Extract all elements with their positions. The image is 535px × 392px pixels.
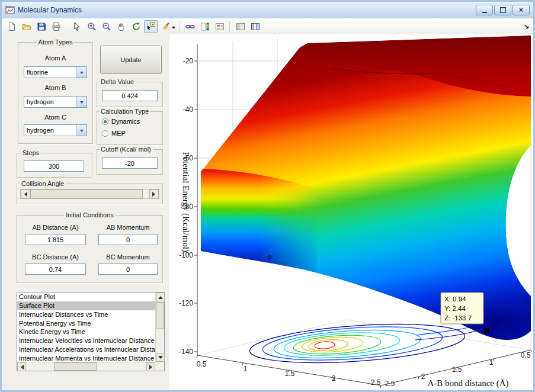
chevron-down-icon[interactable] — [76, 67, 87, 78]
atom-a-label: Atom A — [18, 54, 92, 62]
list-item[interactable]: Internuclear Velocities vs Internuclear … — [17, 336, 155, 345]
open-file-button[interactable] — [20, 20, 33, 33]
plot-area[interactable]: X: 0.94 Y: 2.44 Z: -133.7 -20 -40 -60 -8… — [169, 34, 535, 392]
rotate-3d-icon — [132, 22, 141, 31]
list-item[interactable]: Internuclear Accelerations vs Internucle… — [17, 345, 155, 354]
scroll-right-button[interactable] — [146, 362, 155, 371]
minimize-button[interactable] — [476, 5, 493, 15]
print-figure-button[interactable] — [49, 20, 63, 33]
radio-unselected-icon[interactable] — [102, 130, 108, 137]
data-cursor-button[interactable] — [144, 20, 158, 33]
atom-a-dropdown[interactable]: fluorine — [24, 66, 87, 78]
slider-thumb[interactable] — [30, 189, 143, 198]
ab-momentum-field[interactable] — [98, 234, 158, 245]
brush-data-button[interactable] — [159, 20, 172, 33]
svg-text:0.5: 0.5 — [197, 360, 207, 368]
chevron-down-icon[interactable] — [76, 125, 87, 136]
collision-angle-slider[interactable] — [20, 189, 159, 199]
insert-legend-button[interactable] — [213, 20, 226, 33]
x-axis-label: A-B bond distance (Å) — [427, 378, 508, 388]
show-plot-tools-button[interactable] — [248, 20, 262, 33]
cutoff-panel: Cutoff (Kcal/ mol) — [97, 149, 163, 175]
insert-colorbar-button[interactable] — [198, 20, 212, 33]
chain-link-icon — [185, 22, 195, 31]
atom-b-dropdown[interactable]: hydrogen — [24, 96, 87, 108]
scroll-down-button[interactable] — [156, 353, 165, 362]
radio-dynamics[interactable]: Dynamics — [102, 118, 140, 125]
initial-conditions-title: Initial Conditions — [64, 211, 116, 219]
svg-text:1.5: 1.5 — [452, 365, 462, 374]
svg-text:-100: -100 — [179, 251, 193, 259]
chevron-down-icon[interactable] — [76, 97, 87, 107]
arrow-right-icon — [152, 192, 158, 197]
datatip-z: Z: -133.7 — [444, 314, 472, 322]
svg-text:2: 2 — [332, 374, 336, 383]
zoom-in-button[interactable] — [85, 20, 98, 33]
horizontal-scrollbar[interactable] — [17, 362, 155, 371]
window-title: Molecular Dynamics — [18, 6, 476, 14]
brush-dropdown-icon[interactable] — [172, 27, 175, 31]
list-item[interactable]: Potential Energy vs Time — [17, 319, 155, 328]
ab-distance-field[interactable] — [25, 234, 86, 245]
svg-text:0.5: 0.5 — [521, 351, 531, 359]
new-figure-button[interactable] — [5, 20, 18, 33]
plot-type-listbox[interactable]: Contour Plot Surface Plot Internuclear D… — [17, 292, 165, 371]
toolbar-separator — [66, 21, 67, 32]
atom-types-title: Atom Types — [37, 38, 75, 46]
potential-energy-surface[interactable] — [201, 36, 535, 357]
hand-icon — [117, 22, 126, 31]
horizontal-scroll-thumb[interactable] — [54, 362, 97, 371]
list-item[interactable]: Internuclear Momenta vs Internuclear Dis… — [17, 354, 155, 362]
delta-value-field[interactable] — [102, 90, 158, 101]
slider-left-arrow[interactable] — [21, 189, 30, 198]
rotate-3d-button[interactable] — [129, 20, 143, 33]
update-button[interactable]: Update — [100, 46, 162, 74]
arrow-down-icon — [158, 356, 163, 361]
pan-button[interactable] — [114, 20, 128, 33]
calculation-type-title: Calculation Type — [99, 108, 150, 115]
list-item-selected[interactable]: Surface Plot — [17, 301, 155, 310]
surface-plot[interactable]: X: 0.94 Y: 2.44 Z: -133.7 -20 -40 -60 -8… — [169, 34, 535, 392]
steps-field[interactable] — [24, 160, 84, 172]
plot-type-list: Contour Plot Surface Plot Internuclear D… — [17, 293, 155, 362]
atom-c-dropdown[interactable]: hydrogen — [24, 124, 87, 136]
arrow-cursor-icon — [72, 22, 82, 31]
scroll-left-button[interactable] — [17, 362, 26, 371]
scroll-up-button[interactable] — [156, 293, 165, 301]
slider-right-arrow[interactable] — [149, 189, 159, 198]
atom-a-value: fluorine — [24, 67, 76, 78]
list-item[interactable]: Contour Plot — [17, 293, 155, 301]
vertical-scrollbar[interactable] — [155, 293, 164, 362]
hide-plot-tools-button[interactable] — [233, 20, 247, 33]
zoom-out-button[interactable] — [100, 20, 113, 33]
close-button[interactable]: × — [512, 5, 530, 15]
save-icon — [37, 22, 46, 31]
vertical-scroll-thumb[interactable] — [156, 302, 164, 329]
calculation-type-panel: Calculation Type Dynamics MEP — [97, 111, 163, 145]
radio-mep-label: MEP — [111, 130, 126, 137]
edit-plot-button[interactable] — [70, 20, 84, 33]
list-item[interactable]: Kinetic Energy vs Time — [17, 327, 155, 336]
radio-mep[interactable]: MEP — [102, 130, 126, 137]
maximize-button[interactable] — [494, 5, 511, 15]
arrow-left-icon — [22, 192, 27, 197]
cutoff-field[interactable] — [102, 158, 158, 169]
steps-title: Steps — [21, 149, 41, 156]
list-item[interactable]: Internuclear Distances vs Time — [17, 310, 155, 319]
svg-text:1: 1 — [489, 358, 494, 367]
bc-distance-field[interactable] — [25, 264, 86, 275]
svg-text:2.5: 2.5 — [371, 378, 381, 387]
radio-selected-icon[interactable] — [102, 118, 108, 125]
ab-momentum-label: AB Momentum — [98, 224, 158, 231]
trajectory-point-marker[interactable] — [268, 255, 271, 259]
new-document-icon — [7, 22, 17, 31]
link-plot-button[interactable] — [183, 20, 197, 33]
datatip[interactable]: X: 0.94 Y: 2.44 Z: -133.7 — [441, 293, 483, 324]
figure-icon — [5, 5, 15, 15]
bc-momentum-field[interactable] — [98, 264, 158, 275]
dock-figure-icon[interactable]: ↘ — [524, 23, 529, 29]
save-figure-button[interactable] — [34, 20, 48, 33]
atom-c-label: Atom C — [18, 114, 92, 121]
data-cursor-marker[interactable] — [484, 328, 489, 333]
title-bar[interactable]: Molecular Dynamics × — [2, 2, 533, 19]
